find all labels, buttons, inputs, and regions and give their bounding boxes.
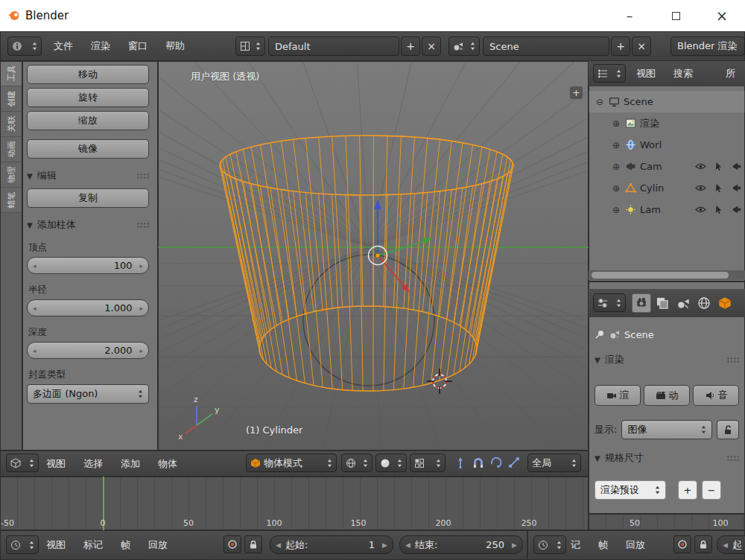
increment-arrow-icon[interactable]: ▶ <box>512 541 517 549</box>
properties-tab-world[interactable] <box>694 293 714 313</box>
editor-type-selector[interactable] <box>7 36 42 56</box>
slider-right-arrow[interactable]: ▸ <box>139 262 143 270</box>
number-slider[interactable]: ◂2.000▸ <box>27 342 149 359</box>
scene-field[interactable]: Scene <box>483 36 609 56</box>
menu-item[interactable]: 标记 <box>83 538 103 552</box>
render-engine-selector[interactable]: Blender 渲染 <box>670 36 745 56</box>
outliner-row[interactable]: ⊕Lam <box>589 199 745 220</box>
pivot-point-dropdown[interactable] <box>341 454 372 472</box>
outliner-filter-dropdown[interactable]: 所 <box>726 67 735 80</box>
3d-cursor[interactable] <box>427 369 452 394</box>
transform-orientation-dropdown[interactable]: 全局 <box>527 454 581 472</box>
outliner-row[interactable]: ⊕Worl <box>589 134 745 156</box>
manipulator-scale-toggle[interactable] <box>505 454 523 471</box>
menu-item[interactable]: 文件 <box>54 39 73 53</box>
slider-right-arrow[interactable]: ▸ <box>139 347 143 354</box>
add-preset-button[interactable]: + <box>678 480 697 500</box>
outliner-row[interactable]: ⊖Scene <box>589 91 745 112</box>
close-button[interactable]: × <box>699 0 745 31</box>
remove-layout-button[interactable]: × <box>422 36 441 56</box>
menu-item[interactable]: 选择 <box>83 457 103 471</box>
preview-range-button[interactable] <box>224 535 241 553</box>
renderability-icon[interactable] <box>731 162 742 171</box>
selectability-icon[interactable] <box>713 183 724 193</box>
visibility-icon[interactable] <box>695 183 706 193</box>
frame-end-field[interactable]: ◀ 结束: 250 ▶ <box>399 535 523 554</box>
scene-selector-icon-button[interactable] <box>448 36 480 56</box>
panel-grip-handle[interactable] <box>136 173 149 179</box>
outliner-row[interactable]: ⊕渲染 <box>589 112 745 134</box>
menu-item[interactable]: 记 <box>571 538 580 552</box>
increment-arrow-icon[interactable]: ▶ <box>382 541 387 549</box>
expand-icon[interactable]: ⊕ <box>611 183 621 194</box>
expand-icon[interactable]: ⊕ <box>611 162 621 172</box>
renderability-icon[interactable] <box>731 205 742 214</box>
toolshelf-tab[interactable]: 蜡笔 <box>0 188 22 213</box>
timeline-ruler-right[interactable]: 50100 <box>589 514 745 530</box>
outliner-row[interactable]: ⊕Cam <box>589 156 745 177</box>
menu-item[interactable]: 物体 <box>158 457 177 471</box>
toolshelf-tab[interactable]: 动画 <box>0 137 22 162</box>
tool-button[interactable]: 缩放 <box>27 111 149 130</box>
properties-tab-object[interactable] <box>715 293 735 313</box>
scrollbar-thumb[interactable] <box>592 272 729 279</box>
render-button[interactable]: 音 <box>693 385 739 406</box>
3d-viewport[interactable]: z y x 用户视图 (透视) (1) Cylinder + <box>158 61 589 451</box>
screen-layout-field[interactable]: Default <box>268 36 399 56</box>
tool-button[interactable]: 复制 <box>27 188 149 208</box>
menu-item[interactable]: 回放 <box>626 538 645 552</box>
menu-item[interactable]: 渲染 <box>91 39 110 53</box>
frame-start-field[interactable]: ◀ 起始: 1 ▶ <box>270 535 393 554</box>
menu-item[interactable]: 帧 <box>121 538 130 552</box>
timeline-editor[interactable]: -50050100150200250 <box>0 477 589 530</box>
render-button[interactable]: 动 <box>644 385 690 406</box>
tool-button[interactable]: 旋转 <box>27 88 149 107</box>
edit-panel-header[interactable]: ▼ 编辑 <box>27 169 149 182</box>
menu-item[interactable]: 视图 <box>46 538 66 552</box>
number-slider[interactable]: ◂100▸ <box>27 257 149 274</box>
expand-icon[interactable]: ⊕ <box>611 205 621 215</box>
properties-tab-render-layers[interactable] <box>653 293 672 313</box>
outliner-row[interactable]: ⊕Cylin <box>589 177 745 199</box>
render-button[interactable]: 渲 <box>595 385 641 406</box>
panel-grip-handle[interactable] <box>136 222 149 229</box>
menu-item[interactable]: 回放 <box>148 538 168 552</box>
screen-layout-icon-button[interactable] <box>235 36 265 56</box>
manipulator-rotate-toggle[interactable] <box>487 454 505 471</box>
preview-range-button[interactable] <box>673 535 691 553</box>
slider-right-arrow[interactable]: ▸ <box>139 305 143 312</box>
toolshelf-tab[interactable]: 关联 <box>0 112 22 137</box>
add-cylinder-panel-header[interactable]: ▼ 添加柱体 <box>27 218 149 232</box>
viewport-shading-dropdown[interactable] <box>375 454 407 472</box>
frame-start-field-clipped[interactable]: ◀ 起 <box>717 535 745 554</box>
properties-tab-scene[interactable] <box>673 293 693 313</box>
expand-icon[interactable]: ⊕ <box>611 140 621 150</box>
lock-time-cursor-button[interactable] <box>244 535 262 553</box>
lock-interface-button[interactable] <box>717 420 739 439</box>
mode-dropdown[interactable]: 物体模式 <box>246 454 337 472</box>
snap-magnet-toggle[interactable] <box>469 454 487 471</box>
display-dropdown[interactable]: 图像 <box>621 420 712 439</box>
toolshelf-tab[interactable]: 创建 <box>0 86 22 112</box>
menu-item[interactable]: 添加 <box>121 457 140 471</box>
layers-widget[interactable] <box>410 454 446 472</box>
remove-preset-button[interactable]: − <box>702 480 721 500</box>
toolshelf-tab[interactable]: 工具 <box>0 61 22 86</box>
selectability-icon[interactable] <box>713 205 724 214</box>
lock-time-cursor-button[interactable] <box>694 535 712 553</box>
number-slider[interactable]: ◂1.000▸ <box>27 299 149 316</box>
menu-item[interactable]: 帮助 <box>165 39 185 53</box>
minimize-button[interactable]: – <box>606 0 653 31</box>
toolshelf-tab[interactable]: 物理 <box>0 162 22 188</box>
render-panel-header[interactable]: ▼ 渲染 <box>595 353 739 366</box>
editor-type-selector[interactable] <box>6 454 39 472</box>
render-presets-dropdown[interactable]: 渲染预设 <box>595 480 666 500</box>
expand-region-button[interactable]: + <box>570 86 583 99</box>
decrement-arrow-icon[interactable]: ◀ <box>276 541 281 549</box>
visibility-icon[interactable] <box>695 205 706 214</box>
editor-type-selector[interactable] <box>6 535 39 554</box>
remove-scene-button[interactable]: × <box>632 36 651 56</box>
editor-type-selector[interactable] <box>593 64 626 83</box>
editor-type-selector[interactable] <box>533 535 566 554</box>
menu-item[interactable]: 帧 <box>598 538 608 552</box>
